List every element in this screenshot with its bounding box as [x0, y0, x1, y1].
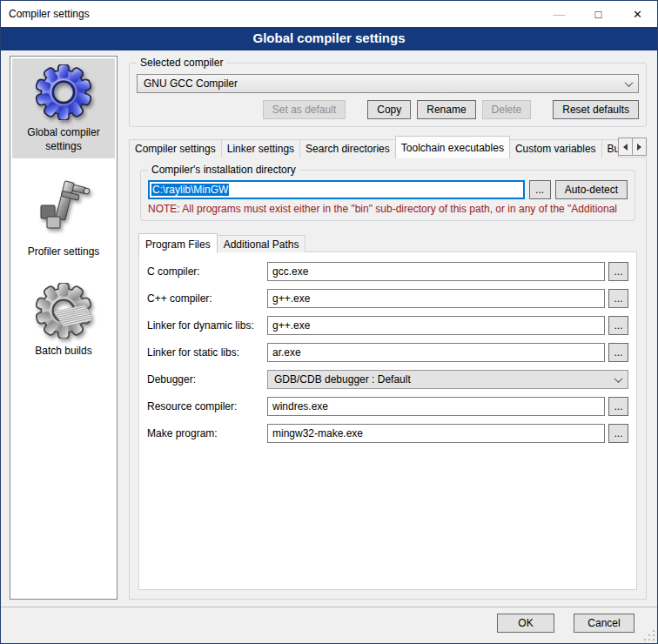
subtab-additional-paths[interactable]: Additional Paths	[217, 235, 306, 252]
tab-scroll-right-button[interactable]	[632, 138, 647, 156]
program-files-page: C compiler:...C++ compiler:...Linker for…	[138, 252, 637, 590]
caliper-icon	[36, 177, 91, 239]
installation-directory-selected-text: C:\raylib\MinGW	[151, 184, 229, 196]
compiler-buttons-row: Set as defaultCopyRenameDeleteReset defa…	[137, 100, 639, 119]
footer: OK Cancel	[1, 607, 657, 643]
selected-compiler-group: Selected compiler GNU GCC Compiler Set a…	[129, 63, 647, 127]
resource-compiler-browse-button[interactable]: ...	[608, 397, 628, 416]
make-program-browse-button[interactable]: ...	[608, 424, 628, 443]
sidebar-item-label: Batch builds	[35, 345, 91, 359]
arrow-left-icon	[623, 144, 628, 151]
sidebar-item-batch-builds[interactable]: Batch builds	[12, 277, 115, 364]
selected-compiler-group-label: Selected compiler	[137, 57, 226, 69]
debugger-select[interactable]: GDB/CDB debugger : Default	[267, 370, 628, 389]
dialog-content: Global compiler settingsProfiler setting…	[1, 50, 657, 607]
linker-for-dynamic-libs-browse-button[interactable]: ...	[608, 316, 628, 335]
sidebar-item-label: Profiler settings	[28, 245, 100, 259]
minimize-button[interactable]: —	[540, 1, 579, 27]
bin-subdirectory-note: NOTE: All programs must exist either in …	[148, 203, 628, 215]
resource-compiler-input[interactable]	[267, 397, 605, 416]
c-compiler-browse-button[interactable]: ...	[608, 289, 628, 308]
sidebar-item-label: Global compiler settings	[14, 126, 113, 153]
close-button[interactable]: ✕	[618, 1, 657, 27]
field-row-linker-for-static-libs: Linker for static libs:...	[147, 343, 628, 362]
field-row-c-compiler: C++ compiler:...	[147, 289, 628, 308]
installation-directory-row: C:\raylib\MinGW ... Auto-detect	[148, 180, 628, 199]
select-value: GDB/CDB debugger : Default	[274, 373, 411, 386]
resize-grip[interactable]	[644, 630, 655, 641]
field-label: C compiler:	[147, 265, 267, 278]
field-row-linker-for-dynamic-libs: Linker for dynamic libs:...	[147, 316, 628, 335]
field-label: Debugger:	[147, 373, 267, 386]
sidebar-item-global-compiler-settings[interactable]: Global compiler settings	[12, 58, 115, 158]
selected-compiler-combobox[interactable]: GNU GCC Compiler	[137, 74, 639, 93]
chevron-down-icon	[625, 78, 634, 87]
tab-toolchain-executables[interactable]: Toolchain executables	[395, 136, 510, 158]
auto-detect-button[interactable]: Auto-detect	[555, 180, 628, 199]
gear-stack-icon	[36, 283, 91, 339]
tab-compiler-settings[interactable]: Compiler settings	[129, 139, 222, 158]
rename-button[interactable]: Rename	[417, 100, 475, 119]
subtab-strip: Program FilesAdditional Paths	[138, 232, 637, 252]
field-label: Linker for static libs:	[147, 346, 267, 359]
installation-directory-browse-button[interactable]: ...	[529, 180, 551, 199]
selected-compiler-value: GNU GCC Compiler	[144, 77, 238, 90]
field-row-debugger: Debugger:GDB/CDB debugger : Default	[147, 370, 628, 389]
c-compiler-input[interactable]	[267, 289, 605, 308]
set-as-default-button[interactable]: Set as default	[263, 100, 346, 119]
field-label: Linker for dynamic libs:	[147, 319, 267, 332]
sidebar-item-profiler-settings[interactable]: Profiler settings	[12, 171, 115, 265]
tab-scroll-left-button[interactable]	[618, 138, 633, 156]
reset-defaults-button[interactable]: Reset defaults	[553, 100, 639, 119]
maximize-button[interactable]: □	[579, 1, 618, 27]
linker-for-dynamic-libs-input[interactable]	[267, 316, 605, 335]
page-title: Global compiler settings	[1, 27, 657, 50]
compiler-settings-dialog: Compiler settings — □ ✕ Global compiler …	[0, 0, 658, 644]
delete-button[interactable]: Delete	[482, 100, 532, 119]
arrow-right-icon	[637, 144, 641, 151]
tab-build-options[interactable]: Build options	[601, 139, 619, 158]
installation-directory-group: Compiler's installation directory C:\ray…	[140, 170, 635, 221]
installation-directory-group-label: Compiler's installation directory	[148, 164, 299, 176]
field-label: Make program:	[147, 427, 267, 439]
installation-directory-input[interactable]: C:\raylib\MinGW	[148, 180, 525, 199]
tab-strip: Compiler settingsLinker settingsSearch d…	[129, 135, 647, 158]
copy-button[interactable]: Copy	[367, 100, 411, 119]
field-row-c-compiler: C compiler:...	[147, 262, 628, 281]
tab-linker-settings[interactable]: Linker settings	[221, 139, 300, 158]
maximize-icon: □	[595, 8, 602, 21]
minimize-icon: —	[554, 7, 566, 21]
fields-container: C compiler:...C++ compiler:...Linker for…	[147, 262, 628, 443]
c-compiler-input[interactable]	[267, 262, 605, 281]
window-controls: — □ ✕	[540, 1, 657, 27]
ok-button[interactable]: OK	[497, 614, 554, 633]
gear-blue-icon	[36, 64, 91, 120]
subtab-program-files[interactable]: Program Files	[138, 233, 218, 253]
window-title: Compiler settings	[1, 8, 90, 20]
field-label: Resource compiler:	[147, 400, 267, 413]
field-label: C++ compiler:	[147, 292, 267, 305]
field-row-resource-compiler: Resource compiler:...	[147, 397, 628, 416]
make-program-input[interactable]	[267, 424, 605, 443]
cancel-button[interactable]: Cancel	[574, 614, 634, 633]
sidebar: Global compiler settingsProfiler setting…	[10, 56, 118, 600]
tab-search-directories[interactable]: Search directories	[299, 139, 396, 158]
field-row-make-program: Make program:...	[147, 424, 628, 443]
linker-for-static-libs-browse-button[interactable]: ...	[608, 343, 628, 362]
toolchain-executables-page: Compiler's installation directory C:\ray…	[129, 157, 647, 600]
close-icon: ✕	[633, 8, 642, 21]
main-panel: Selected compiler GNU GCC Compiler Set a…	[129, 56, 647, 600]
titlebar: Compiler settings — □ ✕	[1, 1, 657, 27]
c-compiler-browse-button[interactable]: ...	[608, 262, 628, 281]
chevron-down-icon	[614, 374, 623, 383]
tab-custom-variables[interactable]: Custom variables	[509, 139, 602, 158]
linker-for-static-libs-input[interactable]	[267, 343, 605, 362]
tab-scroll-buttons	[618, 138, 647, 156]
